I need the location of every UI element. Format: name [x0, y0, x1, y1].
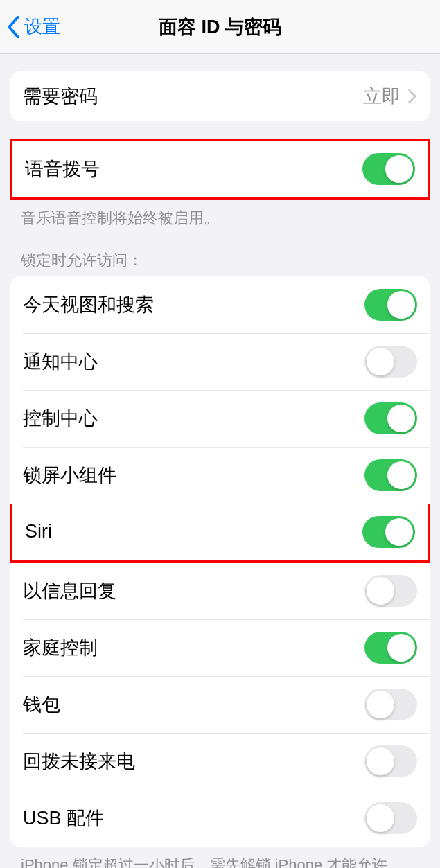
passcode-group: 需要密码 立即: [10, 71, 430, 121]
lock-access-label: USB 配件: [23, 806, 104, 831]
back-button[interactable]: 设置: [0, 15, 60, 39]
lock-access-toggle[interactable]: [364, 459, 417, 491]
voice-dial-label: 语音拨号: [25, 157, 100, 181]
lock-access-label: 控制中心: [23, 406, 98, 431]
lock-access-row: 锁屏小组件: [10, 447, 430, 504]
lock-access-row: 以信息回复: [10, 563, 430, 619]
lock-access-label: 以信息回复: [23, 578, 116, 603]
voice-dial-toggle[interactable]: [362, 153, 415, 185]
lock-access-row: 回拨未接来电: [10, 733, 430, 790]
page-title: 面容 ID 与密码: [0, 15, 440, 39]
lock-access-toggle[interactable]: [364, 745, 417, 777]
lock-access-label: Siri: [25, 521, 52, 542]
chevron-right-icon: [407, 89, 417, 104]
lock-access-toggle[interactable]: [364, 632, 417, 664]
lock-access-row: 通知中心: [10, 333, 430, 390]
lock-access-toggle[interactable]: [364, 802, 417, 834]
lock-access-toggle[interactable]: [364, 289, 417, 321]
lock-access-toggle[interactable]: [362, 516, 415, 548]
lock-access-group: 今天视图和搜索通知中心控制中心锁屏小组件Siri以信息回复家庭控制钱包回拨未接来…: [10, 276, 430, 847]
require-passcode-detail: 立即: [363, 84, 417, 109]
voice-dial-row: 语音拨号: [12, 141, 428, 197]
lock-access-row: 钱包: [10, 676, 430, 733]
lock-access-footer: iPhone 锁定超过一小时后，需先解锁 iPhone 才能允许 USB 配件连…: [0, 847, 440, 868]
lock-access-label: 钱包: [23, 692, 60, 717]
lock-access-toggle[interactable]: [364, 346, 417, 378]
lock-access-header: 锁定时允许访问：: [0, 229, 440, 276]
lock-access-row: 家庭控制: [10, 619, 430, 676]
lock-access-row: 今天视图和搜索: [10, 276, 430, 333]
lock-access-label: 家庭控制: [23, 635, 98, 660]
lock-access-label: 通知中心: [23, 349, 98, 374]
lock-access-label: 今天视图和搜索: [23, 292, 154, 317]
back-label: 设置: [24, 15, 60, 39]
lock-access-toggle[interactable]: [364, 402, 417, 434]
voice-dial-footer: 音乐语音控制将始终被启用。: [0, 200, 440, 229]
lock-access-label: 回拨未接来电: [23, 749, 135, 774]
lock-access-row: 控制中心: [10, 390, 430, 447]
require-passcode-row[interactable]: 需要密码 立即: [10, 71, 430, 121]
require-passcode-value: 立即: [363, 84, 401, 109]
lock-access-row: USB 配件: [10, 790, 430, 847]
lock-access-toggle[interactable]: [364, 689, 417, 720]
lock-access-toggle[interactable]: [364, 575, 417, 607]
lock-access-label: 锁屏小组件: [23, 463, 116, 488]
lock-access-row: Siri: [10, 504, 430, 563]
chevron-left-icon: [7, 16, 20, 38]
nav-bar: 设置 面容 ID 与密码: [0, 0, 440, 54]
require-passcode-label: 需要密码: [23, 84, 98, 109]
voice-dial-group: 语音拨号: [10, 139, 430, 200]
